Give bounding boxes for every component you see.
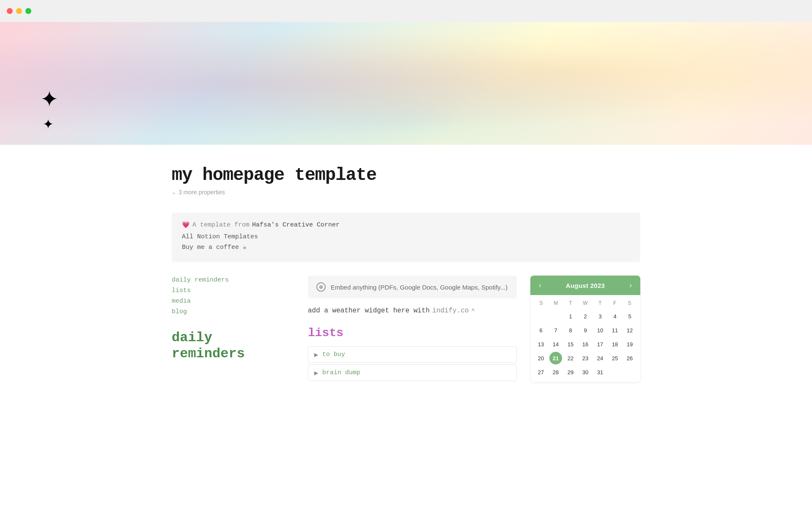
calendar-day[interactable]: 5 (623, 310, 636, 323)
calendar-day[interactable]: 3 (594, 310, 606, 323)
day-header-f: F (607, 298, 622, 308)
calendar-day[interactable]: 9 (579, 324, 592, 337)
chevron-down-icon: ⌄ (172, 189, 176, 195)
buy-coffee-link[interactable]: Buy me a coffee ☕ (182, 243, 630, 251)
calendar-next-button[interactable]: › (627, 281, 634, 290)
calendar-prev-button[interactable]: ‹ (536, 281, 543, 290)
titlebar (0, 0, 812, 22)
calendar-day[interactable]: 1 (564, 310, 577, 323)
weather-line: add a weather widget here with indify.co… (308, 307, 517, 315)
properties-toggle[interactable]: ⌄ 3 more properties (172, 189, 640, 196)
calendar-day[interactable]: 15 (564, 338, 577, 351)
hero-banner: ✦✦ (0, 22, 812, 145)
calendar-day[interactable]: 10 (594, 324, 606, 337)
properties-label: 3 more properties (178, 189, 225, 196)
calendar-day[interactable]: 20 (535, 352, 547, 364)
day-header-t2: T (593, 298, 607, 308)
list-item-text: to buy (322, 351, 345, 358)
calendar-day (609, 366, 621, 378)
calendar-day[interactable]: 21 (549, 352, 562, 364)
calendar-day[interactable]: 17 (594, 338, 606, 351)
calendar-day[interactable]: 8 (564, 324, 577, 337)
day-header-t1: T (563, 298, 578, 308)
calendar-day[interactable]: 22 (564, 352, 577, 364)
calendar-day-headers: S M T W T F S (534, 298, 637, 308)
calendar-day[interactable]: 13 (535, 338, 547, 351)
calendar-day[interactable]: 2 (579, 310, 592, 323)
section-title-line1: daily (172, 330, 212, 345)
caret-icon: ^ (471, 307, 475, 314)
info-box-header: 💗 A template from Hafsa's Creative Corne… (182, 221, 630, 229)
minimize-button[interactable] (16, 8, 22, 14)
calendar-day (623, 366, 636, 378)
day-header-s: S (534, 298, 549, 308)
right-calendar: ‹ August 2023 › S M T W T F S 12345 (530, 276, 640, 382)
day-header-m: M (549, 298, 563, 308)
info-box: 💗 A template from Hafsa's Creative Corne… (172, 213, 640, 262)
calendar-day[interactable]: 25 (609, 352, 621, 364)
sidebar-item-blog[interactable]: blog (172, 307, 282, 316)
day-header-s2: S (622, 298, 637, 308)
all-templates-link[interactable]: All Notion Templates (182, 233, 630, 240)
sidebar-item-lists[interactable]: lists (172, 286, 282, 295)
embed-box[interactable]: ⊕ Embed anything (PDFs, Google Docs, Goo… (308, 276, 517, 298)
calendar-header: ‹ August 2023 › (530, 276, 640, 295)
list-item[interactable]: ▶ to buy (308, 346, 517, 363)
embed-icon: ⊕ (316, 282, 326, 292)
calendar-day[interactable]: 24 (594, 352, 606, 364)
embed-placeholder: Embed anything (PDFs, Google Docs, Googl… (331, 284, 508, 291)
calendar-day[interactable]: 18 (609, 338, 621, 351)
list-item[interactable]: ▶ brain dump (308, 364, 517, 381)
calendar-day[interactable]: 28 (549, 366, 562, 378)
calendar-day (549, 310, 562, 323)
maximize-button[interactable] (25, 8, 31, 14)
sidebar-section-title: daily reminders (172, 330, 282, 362)
calendar-day[interactable]: 12 (623, 324, 636, 337)
calendar-day[interactable]: 30 (579, 366, 592, 378)
calendar-day[interactable]: 31 (594, 366, 606, 378)
page-content: my homepage template ⌄ 3 more properties… (131, 165, 681, 383)
list-item-text: brain dump (322, 369, 360, 376)
info-source: Hafsa's Creative Corner (252, 221, 340, 229)
info-prefix: A template from (192, 221, 250, 229)
heart-emoji: 💗 (182, 221, 190, 229)
sparkle-decoration: ✦✦ (40, 88, 59, 132)
section-title-line2: reminders (172, 346, 245, 362)
calendar-day[interactable]: 7 (549, 324, 562, 337)
main-layout: daily reminders lists media blog daily r… (172, 276, 640, 383)
calendar-day[interactable]: 11 (609, 324, 621, 337)
sidebar-item-media[interactable]: media (172, 297, 282, 306)
lists-section-heading: lists (308, 326, 517, 340)
calendar-month-year: August 2023 (566, 282, 605, 289)
calendar-day[interactable]: 27 (535, 366, 547, 378)
calendar-day[interactable]: 23 (579, 352, 592, 364)
calendar-day[interactable]: 29 (564, 366, 577, 378)
calendar-days: 1234567891011121314151617181920212223242… (534, 309, 637, 379)
calendar-day (535, 310, 547, 323)
calendar-day[interactable]: 14 (549, 338, 562, 351)
calendar-day[interactable]: 6 (535, 324, 547, 337)
close-button[interactable] (7, 8, 13, 14)
sidebar-item-daily-reminders[interactable]: daily reminders (172, 276, 282, 284)
list-arrow-icon: ▶ (314, 370, 318, 376)
left-sidebar: daily reminders lists media blog daily r… (172, 276, 294, 362)
calendar-day[interactable]: 16 (579, 338, 592, 351)
sidebar-navigation: daily reminders lists media blog (172, 276, 282, 316)
calendar-grid: S M T W T F S 12345678910111213141516171… (530, 295, 640, 382)
calendar-day[interactable]: 4 (609, 310, 621, 323)
page-title: my homepage template (172, 165, 640, 185)
day-header-w: W (578, 298, 593, 308)
weather-service[interactable]: indify.co (432, 307, 469, 315)
calendar-widget: ‹ August 2023 › S M T W T F S 12345 (530, 276, 640, 382)
weather-text-prefix: add a weather widget here with (308, 307, 430, 315)
calendar-day[interactable]: 19 (623, 338, 636, 351)
center-content: ⊕ Embed anything (PDFs, Google Docs, Goo… (294, 276, 530, 383)
calendar-day[interactable]: 26 (623, 352, 636, 364)
list-arrow-icon: ▶ (314, 352, 318, 358)
